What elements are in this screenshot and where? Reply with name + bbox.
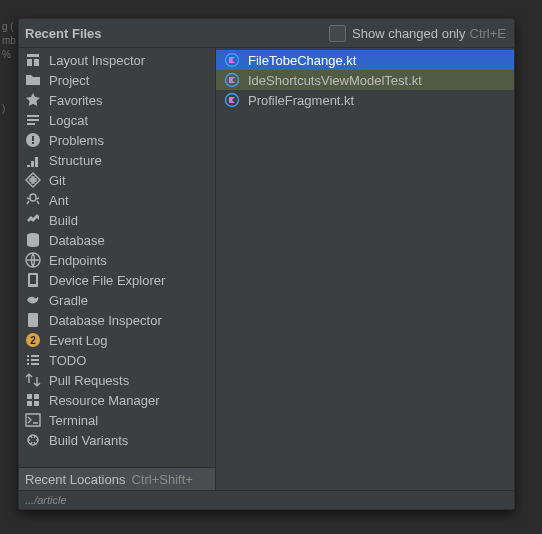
- star-icon: [25, 92, 41, 108]
- file-item[interactable]: IdeShortcutsViewModelTest.kt: [216, 70, 514, 90]
- tool-item-label: Build: [49, 213, 78, 228]
- event-log-icon: 2: [25, 332, 41, 348]
- tool-item-label: Logcat: [49, 113, 88, 128]
- layout-inspector-icon: [25, 52, 41, 68]
- recent-locations-button[interactable]: Recent Locations Ctrl+Shift+: [19, 467, 215, 490]
- file-name-label: IdeShortcutsViewModelTest.kt: [248, 73, 422, 88]
- tool-item-structure[interactable]: Structure: [19, 150, 215, 170]
- kotlin-file-icon: [224, 52, 240, 68]
- tool-item-logcat[interactable]: Logcat: [19, 110, 215, 130]
- logcat-icon: [25, 112, 41, 128]
- gradle-icon: [25, 292, 41, 308]
- build-icon: [25, 212, 41, 228]
- tool-item-database[interactable]: Database: [19, 230, 215, 250]
- tool-item-build-variants[interactable]: Build Variants: [19, 430, 215, 450]
- event-log-badge: 2: [26, 333, 40, 347]
- tool-item-star[interactable]: Favorites: [19, 90, 215, 110]
- device-explorer-icon: [25, 272, 41, 288]
- tool-item-endpoints[interactable]: Endpoints: [19, 250, 215, 270]
- file-name-label: FileTobeChange.kt: [248, 53, 356, 68]
- tool-item-problems[interactable]: Problems: [19, 130, 215, 150]
- show-changed-only-checkbox[interactable]: [329, 25, 346, 42]
- tool-item-label: Gradle: [49, 293, 88, 308]
- pull-requests-icon: [25, 372, 41, 388]
- show-changed-only-label: Show changed only: [352, 26, 465, 41]
- endpoints-icon: [25, 252, 41, 268]
- tool-item-label: Problems: [49, 133, 104, 148]
- recent-files-popup: Recent Files Show changed only Ctrl+E La…: [18, 18, 515, 510]
- tool-item-label: Device File Explorer: [49, 273, 165, 288]
- tool-item-label: Ant: [49, 193, 69, 208]
- tool-item-terminal[interactable]: Terminal: [19, 410, 215, 430]
- tool-item-label: Favorites: [49, 93, 102, 108]
- recent-locations-shortcut: Ctrl+Shift+: [131, 472, 192, 487]
- git-icon: [25, 172, 41, 188]
- show-changed-only-shortcut: Ctrl+E: [470, 26, 506, 41]
- tool-item-label: Project: [49, 73, 89, 88]
- popup-footer: .../article: [19, 490, 514, 509]
- resource-manager-icon: [25, 392, 41, 408]
- tool-item-event-log[interactable]: 2Event Log: [19, 330, 215, 350]
- tool-item-label: Pull Requests: [49, 373, 129, 388]
- tool-item-label: Database: [49, 233, 105, 248]
- tool-item-gradle[interactable]: Gradle: [19, 290, 215, 310]
- tool-item-label: TODO: [49, 353, 86, 368]
- recent-files-pane: FileTobeChange.ktIdeShortcutsViewModelTe…: [216, 48, 514, 490]
- structure-icon: [25, 152, 41, 168]
- tool-windows-pane: Layout InspectorProjectFavoritesLogcatPr…: [19, 48, 216, 490]
- ant-icon: [25, 192, 41, 208]
- problems-icon: [25, 132, 41, 148]
- file-name-label: ProfileFragment.kt: [248, 93, 354, 108]
- terminal-icon: [25, 412, 41, 428]
- folder-icon: [25, 72, 41, 88]
- kotlin-file-icon: [224, 72, 240, 88]
- tool-item-label: Event Log: [49, 333, 108, 348]
- todo-icon: [25, 352, 41, 368]
- tool-item-label: Resource Manager: [49, 393, 160, 408]
- database-icon: [25, 232, 41, 248]
- tool-item-layout-inspector[interactable]: Layout Inspector: [19, 50, 215, 70]
- build-variants-icon: [25, 432, 41, 448]
- popup-header: Recent Files Show changed only Ctrl+E: [19, 19, 514, 48]
- tool-item-resource-manager[interactable]: Resource Manager: [19, 390, 215, 410]
- recent-locations-label: Recent Locations: [25, 472, 125, 487]
- tool-item-database-inspector[interactable]: Database Inspector: [19, 310, 215, 330]
- tool-item-label: Endpoints: [49, 253, 107, 268]
- tool-item-build[interactable]: Build: [19, 210, 215, 230]
- tool-item-pull-requests[interactable]: Pull Requests: [19, 370, 215, 390]
- file-item[interactable]: ProfileFragment.kt: [216, 90, 514, 110]
- footer-path: .../article: [25, 494, 67, 506]
- tool-item-label: Git: [49, 173, 66, 188]
- tool-item-git[interactable]: Git: [19, 170, 215, 190]
- tool-item-label: Database Inspector: [49, 313, 162, 328]
- tool-item-folder[interactable]: Project: [19, 70, 215, 90]
- file-item[interactable]: FileTobeChange.kt: [216, 50, 514, 70]
- tool-item-todo[interactable]: TODO: [19, 350, 215, 370]
- kotlin-file-icon: [224, 92, 240, 108]
- tool-item-label: Layout Inspector: [49, 53, 145, 68]
- tool-item-label: Build Variants: [49, 433, 128, 448]
- tool-item-label: Structure: [49, 153, 102, 168]
- tool-item-ant[interactable]: Ant: [19, 190, 215, 210]
- tool-item-device-explorer[interactable]: Device File Explorer: [19, 270, 215, 290]
- popup-title: Recent Files: [25, 26, 102, 41]
- database-inspector-icon: [25, 312, 41, 328]
- tool-item-label: Terminal: [49, 413, 98, 428]
- editor-behind-hints: g ( mb % ): [0, 0, 18, 116]
